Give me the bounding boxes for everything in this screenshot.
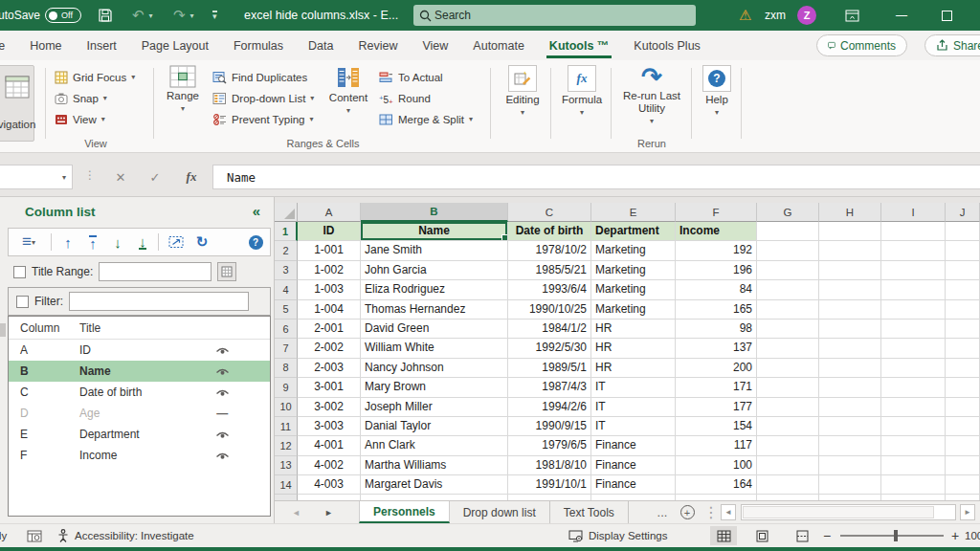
cell-A5[interactable]: 1-004: [298, 300, 361, 320]
column-header-B[interactable]: B: [361, 203, 508, 222]
help-button[interactable]: ? Help ▾: [697, 65, 737, 142]
cell-C8[interactable]: 1989/5/1: [508, 359, 591, 378]
move-down-button[interactable]: ↓: [106, 229, 129, 255]
title-range-input[interactable]: [99, 262, 212, 281]
column-header-G[interactable]: G: [757, 203, 819, 222]
cell-J1[interactable]: [946, 222, 980, 241]
rerun-last-utility-button[interactable]: ↷ Re-run Last Utility ▾: [616, 65, 687, 142]
zoom-level[interactable]: 100%: [965, 524, 980, 547]
cell-C10[interactable]: 1994/2/6: [508, 398, 591, 417]
cell-F14[interactable]: 164: [676, 475, 757, 495]
tab-formulas[interactable]: Formulas: [221, 31, 296, 60]
eye-icon[interactable]: [175, 366, 271, 377]
drop-down-list-button[interactable]: Drop-down List▾: [212, 90, 314, 106]
cell-E9[interactable]: IT: [591, 378, 676, 397]
cell-C11[interactable]: 1990/9/15: [508, 417, 591, 436]
cancel-entry-button[interactable]: ✕: [107, 165, 134, 189]
cell-A1[interactable]: ID: [298, 222, 361, 241]
range-picker-button[interactable]: [217, 262, 236, 281]
cell-B10[interactable]: Joseph Miller: [361, 398, 508, 417]
autosave-toggle[interactable]: AutoSave Off: [0, 0, 81, 31]
tab-insert[interactable]: Insert: [75, 31, 129, 60]
cell-J14[interactable]: [946, 475, 980, 495]
cell-C9[interactable]: 1987/4/3: [508, 378, 591, 397]
cell-C4[interactable]: 1993/6/4: [508, 280, 591, 299]
cell-H2[interactable]: [819, 241, 881, 260]
row-header-13[interactable]: 13: [275, 456, 298, 475]
cell-G6[interactable]: [757, 320, 819, 339]
snap-button[interactable]: Snap▾: [55, 90, 135, 106]
cell-C13[interactable]: 1981/8/10: [508, 456, 591, 475]
cell-G7[interactable]: [757, 339, 819, 358]
cell-A7[interactable]: 2-002: [298, 339, 361, 358]
cell-E3[interactable]: Marketing: [591, 261, 676, 280]
zoom-in-button[interactable]: +: [951, 524, 959, 547]
sheet-tab-text-tools[interactable]: Text Tools: [550, 501, 629, 523]
formula-button[interactable]: fx Formula ▾: [555, 65, 609, 142]
hidden-dash-icon[interactable]: —: [175, 407, 271, 420]
cell-J3[interactable]: [946, 261, 980, 280]
cell-J7[interactable]: [946, 339, 980, 358]
cell-A14[interactable]: 4-003: [298, 475, 361, 495]
cell-F3[interactable]: 196: [676, 261, 757, 280]
cell-A12[interactable]: 4-001: [298, 436, 361, 455]
cell-C1[interactable]: Date of birth: [508, 222, 591, 241]
eye-icon[interactable]: [175, 345, 271, 356]
cell-H9[interactable]: [819, 378, 881, 397]
cell-A9[interactable]: 3-001: [298, 378, 361, 397]
cell-J12[interactable]: [946, 436, 980, 455]
cell-B8[interactable]: Nancy Johnson: [361, 359, 508, 378]
flip-range-button[interactable]: [164, 229, 189, 255]
page-break-view-button[interactable]: [789, 526, 815, 545]
cell-F5[interactable]: 165: [676, 300, 757, 320]
content-button[interactable]: Content ▾: [323, 65, 373, 142]
tab-file[interactable]: File: [0, 31, 17, 60]
customize-toolbar-button[interactable]: ▾: [212, 0, 217, 31]
collapsed-pane-handle[interactable]: [0, 323, 6, 337]
accessibility-status[interactable]: Accessibility: Investigate: [57, 524, 194, 547]
add-sheet-button[interactable]: +: [677, 501, 698, 523]
tab-automate[interactable]: Automate: [460, 31, 537, 60]
cell-J13[interactable]: [946, 456, 980, 475]
zoom-slider-thumb[interactable]: [894, 530, 898, 541]
cell-A4[interactable]: 1-003: [298, 280, 361, 299]
cell-G8[interactable]: [757, 359, 819, 378]
column-header-H[interactable]: H: [819, 203, 881, 222]
row-header-5[interactable]: 5: [275, 300, 298, 320]
tab-view[interactable]: View: [410, 31, 460, 60]
cell-B3[interactable]: John Garcia: [361, 261, 508, 280]
cell-H1[interactable]: [819, 222, 881, 241]
to-actual-button[interactable]: To Actual: [379, 69, 473, 85]
move-up-button[interactable]: ↑: [56, 229, 79, 255]
cell-B13[interactable]: Martha Williams: [361, 456, 508, 475]
cell-F1[interactable]: Income: [676, 222, 757, 241]
next-sheet-button[interactable]: ►: [324, 501, 333, 523]
redo-button[interactable]: ↷▾: [173, 0, 194, 31]
cell-A13[interactable]: 4-002: [298, 456, 361, 475]
prevent-typing-button[interactable]: Prevent Typing▾: [212, 111, 314, 127]
cell-C7[interactable]: 1992/5/30: [508, 339, 591, 358]
eye-icon[interactable]: [175, 387, 271, 398]
column-list-row-F[interactable]: FIncome: [9, 445, 270, 466]
row-header-7[interactable]: 7: [275, 339, 298, 358]
cell-I14[interactable]: [881, 475, 946, 495]
comments-button[interactable]: Comments: [816, 34, 907, 56]
name-box[interactable]: ▾: [0, 165, 73, 189]
cell-E6[interactable]: HR: [591, 320, 676, 339]
avatar[interactable]: Z: [797, 6, 816, 25]
find-duplicates-button[interactable]: Find Duplicates: [212, 69, 314, 85]
horizontal-scrollbar[interactable]: [741, 504, 956, 520]
macro-record-button[interactable]: [27, 524, 42, 547]
row-header-12[interactable]: 12: [275, 436, 298, 455]
cell-F10[interactable]: 177: [676, 398, 757, 417]
search-box[interactable]: [413, 5, 696, 26]
collapse-pane-icon[interactable]: «: [253, 203, 260, 219]
cell-B7[interactable]: William White: [361, 339, 508, 358]
cell-B6[interactable]: David Green: [361, 320, 508, 339]
cell-B12[interactable]: Ann Clark: [361, 436, 508, 455]
cell-E11[interactable]: IT: [591, 417, 676, 436]
cell-F9[interactable]: 171: [676, 378, 757, 397]
sheet-tab-drop-down-list[interactable]: Drop down list: [450, 501, 550, 523]
row-header-11[interactable]: 11: [275, 417, 298, 436]
cell-H10[interactable]: [819, 398, 881, 417]
